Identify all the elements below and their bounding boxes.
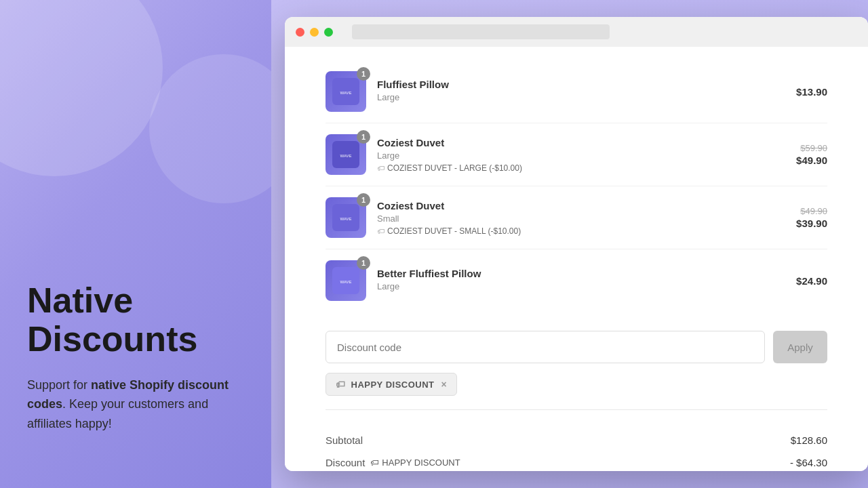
applied-discount-tag: 🏷 HAPPY DISCOUNT × [326, 373, 457, 396]
item-discount-tag: 🏷 COZIEST DUVET - SMALL (-$10.00) [377, 226, 785, 236]
item-price: $49.90 $39.90 [796, 206, 827, 229]
item-variant: Large [377, 281, 785, 291]
traffic-light-green[interactable] [324, 28, 333, 37]
item-price-original: $49.90 [796, 206, 827, 216]
product-image-svg: WAVE [332, 267, 359, 294]
item-variant: Large [377, 92, 785, 102]
item-quantity-badge: 1 [357, 67, 370, 81]
traffic-light-yellow[interactable] [310, 28, 319, 37]
item-image-wrapper: WAVE 1 [326, 71, 366, 112]
summary-subtotal-row: Subtotal $128.60 [326, 429, 827, 451]
discount-section: Apply 🏷 HAPPY DISCOUNT × [326, 331, 827, 410]
product-image-svg: WAVE [332, 204, 359, 231]
svg-text:WAVE: WAVE [340, 217, 351, 221]
item-name: Better Fluffiest Pillow [377, 268, 785, 279]
discount-value: - $64.30 [790, 457, 827, 468]
left-content: Native Discounts Support for native Shop… [27, 281, 244, 434]
discount-name-tag: 🏷 HAPPY DISCOUNT [370, 458, 460, 468]
cart-item: WAVE 1 Better Fluffiest Pillow Large $24… [326, 249, 827, 312]
discount-input-row: Apply [326, 331, 827, 363]
summary-discount-row: Discount 🏷 HAPPY DISCOUNT - $64.30 [326, 451, 827, 471]
cart-item: WAVE 1 Coziest Duvet Large 🏷 COZIEST DUV… [326, 123, 827, 186]
item-price-current: $24.90 [796, 275, 827, 287]
discount-tag-icon: 🏷 [336, 379, 346, 390]
tag-icon: 🏷 [377, 227, 384, 235]
item-variant: Large [377, 150, 785, 161]
svg-text:WAVE: WAVE [340, 154, 351, 158]
subtotal-label: Subtotal [326, 434, 363, 446]
product-image-svg: WAVE [332, 141, 359, 168]
right-panel: WAVE 1 Fluffiest Pillow Large $13.90 [271, 0, 868, 488]
item-details: Fluffiest Pillow Large [377, 79, 785, 105]
item-quantity-badge: 1 [357, 193, 370, 207]
item-details: Coziest Duvet Small 🏷 COZIEST DUVET - SM… [377, 200, 785, 236]
left-panel: Native Discounts Support for native Shop… [0, 0, 271, 488]
item-quantity-badge: 1 [357, 130, 370, 144]
item-price-original: $59.90 [796, 143, 827, 153]
item-name: Coziest Duvet [377, 200, 785, 211]
item-quantity-badge: 1 [357, 256, 370, 270]
item-details: Better Fluffiest Pillow Large [377, 268, 785, 294]
item-image-wrapper: WAVE 1 [326, 197, 366, 238]
checkout-content: WAVE 1 Fluffiest Pillow Large $13.90 [285, 47, 868, 471]
discount-code-text: COZIEST DUVET - SMALL (-$10.00) [387, 226, 521, 236]
item-image-wrapper: WAVE 1 [326, 260, 366, 301]
item-price: $59.90 $49.90 [796, 143, 827, 166]
hero-title: Native Discounts [27, 281, 244, 359]
cart-items: WAVE 1 Fluffiest Pillow Large $13.90 [326, 60, 827, 312]
item-discount-tag: 🏷 COZIEST DUVET - LARGE (-$10.00) [377, 163, 785, 173]
item-price-current: $39.90 [796, 218, 827, 229]
cart-item: WAVE 1 Coziest Duvet Small 🏷 COZIEST DUV… [326, 186, 827, 249]
traffic-light-red[interactable] [296, 28, 304, 37]
url-bar[interactable] [352, 24, 610, 39]
applied-discount-code: HAPPY DISCOUNT [351, 380, 435, 390]
summary-section: Subtotal $128.60 Discount 🏷 HAPPY DISCOU… [326, 424, 827, 471]
browser-window: WAVE 1 Fluffiest Pillow Large $13.90 [285, 17, 868, 471]
discount-label: Discount 🏷 HAPPY DISCOUNT [326, 457, 460, 468]
item-image-wrapper: WAVE 1 [326, 134, 366, 175]
item-price-current: $13.90 [796, 86, 827, 98]
item-price-current: $49.90 [796, 155, 827, 166]
browser-titlebar [285, 17, 868, 47]
item-price: $24.90 [796, 275, 827, 287]
svg-text:WAVE: WAVE [340, 91, 351, 95]
apply-discount-button[interactable]: Apply [773, 331, 827, 363]
item-name: Fluffiest Pillow [377, 79, 785, 90]
tag-icon: 🏷 [377, 164, 384, 172]
discount-tag-small-icon: 🏷 [370, 458, 379, 468]
remove-discount-button[interactable]: × [441, 379, 448, 390]
item-details: Coziest Duvet Large 🏷 COZIEST DUVET - LA… [377, 137, 785, 173]
discount-code-input[interactable] [326, 331, 765, 363]
subtotal-value: $128.60 [791, 434, 827, 446]
hero-description: Support for native Shopify discount code… [27, 375, 244, 434]
item-price: $13.90 [796, 86, 827, 98]
svg-text:WAVE: WAVE [340, 280, 351, 284]
cart-item: WAVE 1 Fluffiest Pillow Large $13.90 [326, 60, 827, 123]
item-name: Coziest Duvet [377, 137, 785, 148]
discount-code-text: COZIEST DUVET - LARGE (-$10.00) [387, 163, 522, 173]
item-variant: Small [377, 214, 785, 224]
product-image-svg: WAVE [332, 78, 359, 105]
